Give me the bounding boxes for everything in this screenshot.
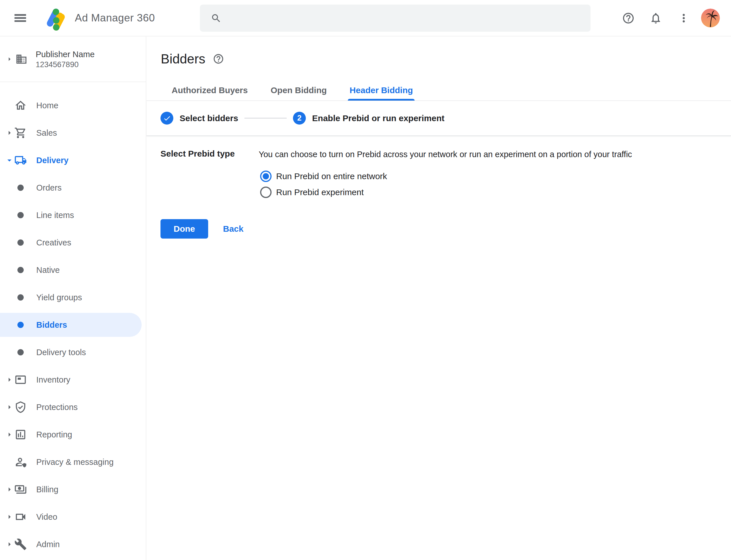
- more-options-button[interactable]: [677, 12, 690, 25]
- sidebar-item-protections[interactable]: Protections: [0, 393, 146, 421]
- bar-chart-icon: [14, 428, 27, 441]
- sidebar-item-label: Orders: [36, 183, 62, 193]
- sidebar: Publisher Name 1234567890 HomeSalesDeliv…: [0, 37, 146, 560]
- expand-arrow-icon: [5, 539, 14, 549]
- search-input[interactable]: [229, 13, 582, 23]
- sidebar-item-label: Creatives: [36, 238, 71, 247]
- step-label: Select bidders: [180, 113, 238, 123]
- sidebar-item-admin[interactable]: Admin: [0, 531, 146, 558]
- collapse-arrow-icon: [5, 155, 14, 165]
- sidebar-item-label: Native: [36, 265, 60, 275]
- radio-dot: [263, 173, 269, 179]
- radio-option-label[interactable]: Run Prebid experiment: [276, 187, 364, 197]
- video-camera-icon: [14, 511, 27, 523]
- expand-arrow-icon: [5, 375, 14, 385]
- page-help-icon[interactable]: [213, 53, 224, 65]
- back-link[interactable]: Back: [223, 224, 244, 234]
- form-description: You can choose to turn on Prebid across …: [259, 149, 632, 160]
- sidebar-item-creatives[interactable]: Creatives: [0, 229, 146, 256]
- actions-row: Done Back: [161, 219, 714, 239]
- sidebar-item-billing[interactable]: Billing: [0, 476, 146, 503]
- radio-option-run-prebid-experiment[interactable]: Run Prebid experiment: [260, 184, 714, 200]
- bullet-icon: [17, 322, 24, 328]
- publisher-name: Publisher Name: [36, 49, 95, 60]
- prebid-type-section: Select Prebid type You can choose to tur…: [147, 136, 731, 239]
- radio-option-label[interactable]: Run Prebid on entire network: [276, 171, 387, 181]
- sidebar-item-label: Privacy & messaging: [36, 457, 114, 467]
- payments-icon: [14, 483, 27, 496]
- menu-button[interactable]: [13, 10, 28, 26]
- sidebar-item-label: Billing: [36, 485, 58, 494]
- avatar[interactable]: [701, 9, 720, 27]
- sidebar-item-line-items[interactable]: Line items: [0, 201, 146, 229]
- search-icon: [211, 13, 222, 24]
- expand-arrow-icon: [5, 402, 14, 412]
- help-icon: [622, 12, 635, 25]
- home-icon: [14, 99, 27, 112]
- menu-icon: [13, 10, 28, 26]
- notifications-button[interactable]: [649, 12, 662, 25]
- sidebar-item-inventory[interactable]: Inventory: [0, 366, 146, 393]
- tab-authorized-buyers[interactable]: Authorized Buyers: [160, 80, 259, 101]
- sidebar-item-label: Sales: [36, 128, 57, 138]
- sidebar-item-privacy-messaging[interactable]: Privacy & messaging: [0, 448, 146, 476]
- building-icon: [15, 53, 27, 65]
- search-bar[interactable]: [200, 5, 590, 32]
- tab-header-bidding[interactable]: Header Bidding: [338, 80, 424, 101]
- sidebar-item-sales[interactable]: Sales: [0, 119, 146, 147]
- expand-arrow-icon: [5, 512, 14, 522]
- step-check-icon: [161, 112, 173, 125]
- sidebar-item-label: Delivery: [36, 156, 69, 165]
- step-select-bidders[interactable]: Select bidders: [161, 112, 238, 125]
- sidebar-item-label: Inventory: [36, 375, 70, 385]
- title-row: Bidders: [161, 51, 731, 67]
- tab-open-bidding[interactable]: Open Bidding: [259, 80, 339, 101]
- bullet-icon: [17, 349, 24, 355]
- step-connector: [245, 118, 287, 119]
- done-button[interactable]: Done: [161, 219, 208, 239]
- sidebar-item-label: Reporting: [36, 430, 72, 439]
- radio-unselected-icon[interactable]: [260, 187, 272, 198]
- sidebar-item-delivery-tools[interactable]: Delivery tools: [0, 339, 146, 366]
- sidebar-item-home[interactable]: Home: [0, 92, 146, 119]
- app-name: Ad Manager 360: [75, 12, 155, 24]
- publisher-id: 1234567890: [36, 60, 95, 69]
- sidebar-item-bidders[interactable]: Bidders: [0, 311, 146, 339]
- step-number: 2: [293, 112, 306, 125]
- sidebar-item-native[interactable]: Native: [0, 256, 146, 284]
- radio-dot: [263, 189, 269, 195]
- radio-option-run-prebid-on-entire-network[interactable]: Run Prebid on entire network: [260, 168, 714, 184]
- step-label: Enable Prebid or run experiment: [312, 113, 444, 123]
- stepper: Select bidders2Enable Prebid or run expe…: [147, 101, 731, 136]
- bullet-icon: [17, 212, 24, 218]
- sidebar-item-label: Video: [36, 512, 57, 522]
- sidebar-item-label: Yield groups: [36, 293, 82, 302]
- top-app-bar: Ad Manager 360: [0, 0, 731, 36]
- sidebar-item-video[interactable]: Video: [0, 503, 146, 531]
- form-label: Select Prebid type: [161, 149, 259, 159]
- publisher-selector[interactable]: Publisher Name 1234567890: [0, 37, 146, 82]
- sidebar-item-yield-groups[interactable]: Yield groups: [0, 284, 146, 311]
- expand-arrow-icon: [5, 485, 14, 494]
- cart-icon: [14, 127, 27, 139]
- sidebar-item-label: Delivery tools: [36, 348, 86, 357]
- prebid-type-radio-group: Run Prebid on entire networkRun Prebid e…: [260, 168, 714, 200]
- sidebar-item-delivery[interactable]: Delivery: [0, 147, 146, 174]
- bullet-icon: [17, 239, 24, 246]
- sidebar-item-label: Admin: [36, 540, 60, 549]
- help-button[interactable]: [622, 12, 635, 25]
- expand-arrow-icon: [5, 128, 14, 138]
- sidebar-item-reporting[interactable]: Reporting: [0, 421, 146, 448]
- wrench-icon: [14, 538, 27, 551]
- truck-icon: [14, 154, 27, 167]
- radio-selected-icon[interactable]: [260, 171, 272, 182]
- sidebar-item-label: Protections: [36, 403, 78, 412]
- shield-check-icon: [14, 401, 27, 413]
- bullet-icon: [17, 267, 24, 273]
- sidebar-item-label: Bidders: [36, 320, 67, 330]
- ad-manager-logo-icon: [43, 5, 69, 31]
- step-enable-prebid-or-run-experiment: 2Enable Prebid or run experiment: [293, 112, 444, 125]
- bullet-icon: [17, 185, 24, 191]
- sidebar-item-orders[interactable]: Orders: [0, 174, 146, 201]
- expand-arrow-icon: [5, 55, 14, 63]
